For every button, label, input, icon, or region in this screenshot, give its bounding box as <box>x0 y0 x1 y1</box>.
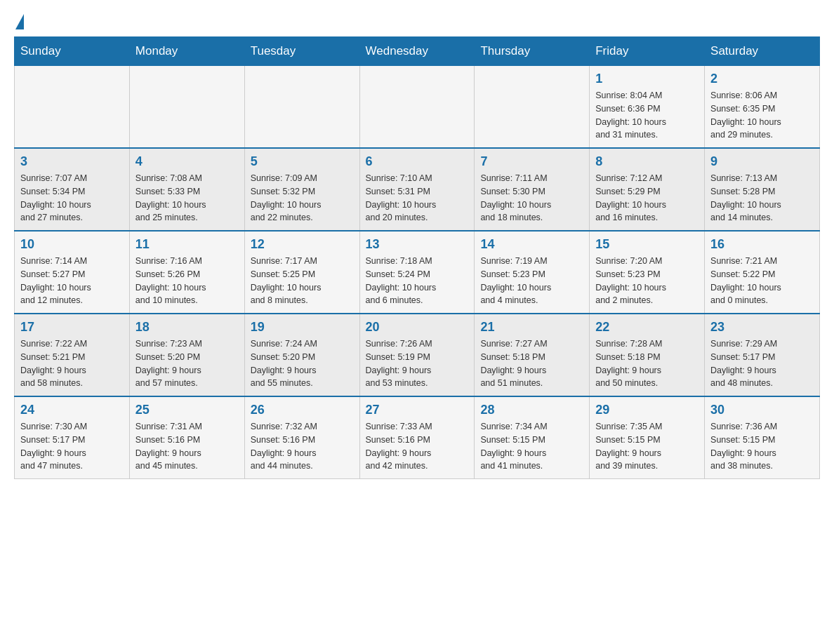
logo-triangle-icon <box>15 14 24 29</box>
calendar-week-row: 10Sunrise: 7:14 AM Sunset: 5:27 PM Dayli… <box>15 231 820 314</box>
calendar-cell: 18Sunrise: 7:23 AM Sunset: 5:20 PM Dayli… <box>129 314 244 396</box>
day-number: 10 <box>20 237 124 252</box>
day-number: 12 <box>251 237 354 252</box>
weekday-header-tuesday: Tuesday <box>244 37 359 66</box>
calendar-cell: 10Sunrise: 7:14 AM Sunset: 5:27 PM Dayli… <box>15 231 130 314</box>
calendar-cell: 17Sunrise: 7:22 AM Sunset: 5:21 PM Dayli… <box>15 314 130 396</box>
calendar-cell: 30Sunrise: 7:36 AM Sunset: 5:15 PM Dayli… <box>705 396 820 479</box>
day-info: Sunrise: 7:22 AM Sunset: 5:21 PM Dayligh… <box>20 337 124 390</box>
calendar-cell: 27Sunrise: 7:33 AM Sunset: 5:16 PM Dayli… <box>359 396 475 479</box>
calendar-cell: 7Sunrise: 7:11 AM Sunset: 5:30 PM Daylig… <box>475 148 590 231</box>
day-number: 21 <box>480 320 583 335</box>
weekday-header-monday: Monday <box>129 37 244 66</box>
calendar-week-row: 1Sunrise: 8:04 AM Sunset: 6:36 PM Daylig… <box>15 66 820 149</box>
calendar-cell: 12Sunrise: 7:17 AM Sunset: 5:25 PM Dayli… <box>244 231 359 314</box>
calendar-cell: 21Sunrise: 7:27 AM Sunset: 5:18 PM Dayli… <box>475 314 590 396</box>
day-number: 13 <box>366 237 469 252</box>
day-number: 7 <box>480 154 583 169</box>
calendar-cell: 28Sunrise: 7:34 AM Sunset: 5:15 PM Dayli… <box>475 396 590 479</box>
calendar-cell: 13Sunrise: 7:18 AM Sunset: 5:24 PM Dayli… <box>359 231 475 314</box>
day-info: Sunrise: 7:31 AM Sunset: 5:16 PM Dayligh… <box>135 420 239 473</box>
day-number: 5 <box>251 154 354 169</box>
calendar-cell <box>244 66 359 149</box>
day-info: Sunrise: 7:36 AM Sunset: 5:15 PM Dayligh… <box>710 420 814 473</box>
day-number: 6 <box>366 154 469 169</box>
day-info: Sunrise: 7:20 AM Sunset: 5:23 PM Dayligh… <box>595 255 699 307</box>
calendar-cell: 3Sunrise: 7:07 AM Sunset: 5:34 PM Daylig… <box>15 148 130 231</box>
day-info: Sunrise: 8:06 AM Sunset: 6:35 PM Dayligh… <box>710 89 814 142</box>
calendar-cell: 20Sunrise: 7:26 AM Sunset: 5:19 PM Dayli… <box>359 314 475 396</box>
weekday-header-row: SundayMondayTuesdayWednesdayThursdayFrid… <box>15 37 820 66</box>
calendar-cell: 26Sunrise: 7:32 AM Sunset: 5:16 PM Dayli… <box>244 396 359 479</box>
day-number: 17 <box>20 320 124 335</box>
day-info: Sunrise: 7:17 AM Sunset: 5:25 PM Dayligh… <box>251 255 354 307</box>
calendar-cell: 6Sunrise: 7:10 AM Sunset: 5:31 PM Daylig… <box>359 148 475 231</box>
calendar-cell: 16Sunrise: 7:21 AM Sunset: 5:22 PM Dayli… <box>705 231 820 314</box>
calendar-cell <box>475 66 590 149</box>
day-number: 25 <box>135 403 239 417</box>
day-number: 19 <box>251 320 354 335</box>
weekday-header-thursday: Thursday <box>475 37 590 66</box>
weekday-header-saturday: Saturday <box>705 37 820 66</box>
calendar-cell <box>129 66 244 149</box>
calendar-cell: 1Sunrise: 8:04 AM Sunset: 6:36 PM Daylig… <box>590 66 705 149</box>
day-info: Sunrise: 7:11 AM Sunset: 5:30 PM Dayligh… <box>480 172 583 224</box>
calendar-cell: 8Sunrise: 7:12 AM Sunset: 5:29 PM Daylig… <box>590 148 705 231</box>
day-info: Sunrise: 7:21 AM Sunset: 5:22 PM Dayligh… <box>710 255 814 307</box>
day-info: Sunrise: 7:09 AM Sunset: 5:32 PM Dayligh… <box>251 172 354 224</box>
page-header <box>14 14 820 29</box>
day-info: Sunrise: 7:14 AM Sunset: 5:27 PM Dayligh… <box>20 255 124 307</box>
day-number: 3 <box>20 154 124 169</box>
day-number: 20 <box>366 320 469 335</box>
weekday-header-sunday: Sunday <box>15 37 130 66</box>
day-number: 27 <box>366 403 469 417</box>
calendar-week-row: 17Sunrise: 7:22 AM Sunset: 5:21 PM Dayli… <box>15 314 820 396</box>
calendar-cell: 11Sunrise: 7:16 AM Sunset: 5:26 PM Dayli… <box>129 231 244 314</box>
calendar-cell: 19Sunrise: 7:24 AM Sunset: 5:20 PM Dayli… <box>244 314 359 396</box>
day-info: Sunrise: 7:32 AM Sunset: 5:16 PM Dayligh… <box>251 420 354 473</box>
day-number: 23 <box>710 320 814 335</box>
calendar-cell <box>15 66 130 149</box>
calendar-cell: 5Sunrise: 7:09 AM Sunset: 5:32 PM Daylig… <box>244 148 359 231</box>
calendar-week-row: 24Sunrise: 7:30 AM Sunset: 5:17 PM Dayli… <box>15 396 820 479</box>
calendar-cell: 14Sunrise: 7:19 AM Sunset: 5:23 PM Dayli… <box>475 231 590 314</box>
day-info: Sunrise: 7:24 AM Sunset: 5:20 PM Dayligh… <box>251 337 354 390</box>
day-info: Sunrise: 7:12 AM Sunset: 5:29 PM Dayligh… <box>595 172 699 224</box>
calendar-cell: 15Sunrise: 7:20 AM Sunset: 5:23 PM Dayli… <box>590 231 705 314</box>
calendar-cell: 2Sunrise: 8:06 AM Sunset: 6:35 PM Daylig… <box>705 66 820 149</box>
day-number: 30 <box>710 403 814 417</box>
day-info: Sunrise: 7:07 AM Sunset: 5:34 PM Dayligh… <box>20 172 124 224</box>
day-info: Sunrise: 7:18 AM Sunset: 5:24 PM Dayligh… <box>366 255 469 307</box>
calendar-cell: 25Sunrise: 7:31 AM Sunset: 5:16 PM Dayli… <box>129 396 244 479</box>
day-info: Sunrise: 7:27 AM Sunset: 5:18 PM Dayligh… <box>480 337 583 390</box>
calendar-cell: 22Sunrise: 7:28 AM Sunset: 5:18 PM Dayli… <box>590 314 705 396</box>
day-number: 11 <box>135 237 239 252</box>
day-info: Sunrise: 7:08 AM Sunset: 5:33 PM Dayligh… <box>135 172 239 224</box>
day-info: Sunrise: 8:04 AM Sunset: 6:36 PM Dayligh… <box>595 89 699 142</box>
day-info: Sunrise: 7:35 AM Sunset: 5:15 PM Dayligh… <box>595 420 699 473</box>
day-info: Sunrise: 7:19 AM Sunset: 5:23 PM Dayligh… <box>480 255 583 307</box>
calendar-cell: 29Sunrise: 7:35 AM Sunset: 5:15 PM Dayli… <box>590 396 705 479</box>
day-number: 18 <box>135 320 239 335</box>
weekday-header-friday: Friday <box>590 37 705 66</box>
logo <box>14 14 25 29</box>
day-info: Sunrise: 7:13 AM Sunset: 5:28 PM Dayligh… <box>710 172 814 224</box>
day-number: 29 <box>595 403 699 417</box>
calendar-cell: 24Sunrise: 7:30 AM Sunset: 5:17 PM Dayli… <box>15 396 130 479</box>
weekday-header-wednesday: Wednesday <box>359 37 475 66</box>
day-number: 4 <box>135 154 239 169</box>
day-info: Sunrise: 7:23 AM Sunset: 5:20 PM Dayligh… <box>135 337 239 390</box>
day-info: Sunrise: 7:16 AM Sunset: 5:26 PM Dayligh… <box>135 255 239 307</box>
day-number: 9 <box>710 154 814 169</box>
day-number: 14 <box>480 237 583 252</box>
calendar-cell: 23Sunrise: 7:29 AM Sunset: 5:17 PM Dayli… <box>705 314 820 396</box>
day-info: Sunrise: 7:30 AM Sunset: 5:17 PM Dayligh… <box>20 420 124 473</box>
day-number: 22 <box>595 320 699 335</box>
day-info: Sunrise: 7:10 AM Sunset: 5:31 PM Dayligh… <box>366 172 469 224</box>
day-number: 26 <box>251 403 354 417</box>
day-info: Sunrise: 7:26 AM Sunset: 5:19 PM Dayligh… <box>366 337 469 390</box>
calendar-cell <box>359 66 475 149</box>
day-info: Sunrise: 7:34 AM Sunset: 5:15 PM Dayligh… <box>480 420 583 473</box>
day-info: Sunrise: 7:29 AM Sunset: 5:17 PM Dayligh… <box>710 337 814 390</box>
day-number: 15 <box>595 237 699 252</box>
